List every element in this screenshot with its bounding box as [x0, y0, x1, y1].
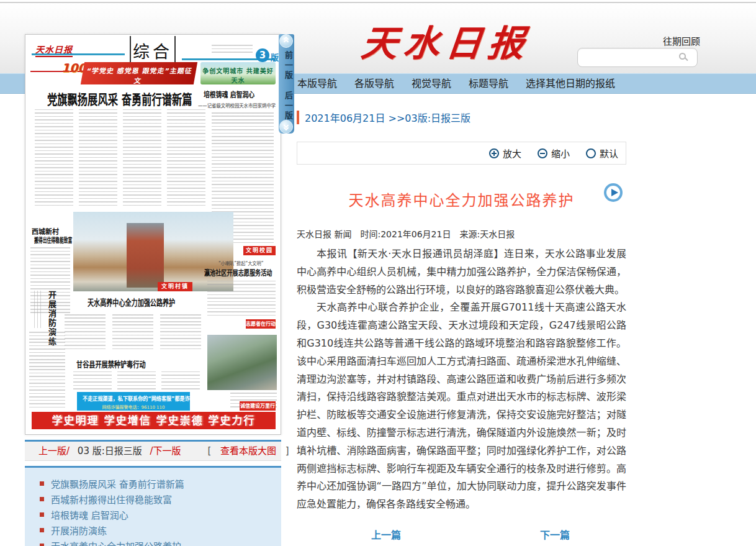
article-link[interactable]: 西城新村搬得出住得稳能致富	[51, 493, 172, 506]
play-audio-icon[interactable]	[604, 183, 623, 202]
zoom-out-button[interactable]: 缩小	[538, 147, 570, 160]
site-logo: 天水日报	[359, 14, 534, 66]
nav-item-this-page[interactable]: 本版导航	[297, 74, 337, 93]
breadcrumb: 2021年06月21日 >>03版:日报三版	[297, 110, 470, 125]
fake-text-column	[79, 109, 117, 207]
list-item: 天水高养中心全力加强公路养护	[25, 538, 281, 546]
article-paragraph: 天水高养中心联合养护企业，全覆盖开展G7011线十天高速公路天水段，G30线连霍…	[297, 299, 626, 514]
text-size-toolbar: 放大 缩小 默认	[297, 142, 626, 165]
thumb-photo-volunteers	[207, 335, 277, 390]
breadcrumb-text: 2021年06月21日 >>03版:日报三版	[305, 110, 470, 125]
newspaper-page-thumbnail[interactable]: 天水日报 综合 3 版 100 “学党史 感党恩 跟党走”主题征文 争创文明城市…	[25, 34, 281, 435]
thumb-headline-gangu: 甘谷县开展禁种铲毒行动	[76, 358, 161, 370]
thumb-ad-banner: 争创文明城市 共建美好天水	[200, 62, 276, 84]
breadcrumb-marker	[297, 111, 299, 124]
thumb-rule	[32, 53, 125, 55]
thumb-headline-main: 党旗飘扬展风采 奋勇前行谱新篇	[47, 88, 171, 108]
fake-text-column	[112, 314, 153, 350]
thumb-photo-village-gate	[73, 212, 233, 291]
bullet-icon	[40, 497, 44, 501]
fake-text-column	[34, 291, 42, 328]
zoom-in-button[interactable]: 放大	[489, 147, 521, 160]
next-page-button[interactable]: 后一版	[279, 91, 294, 121]
article-paragraph: 本报讯【新天水·天水日报通讯员胡泽庭】连日来，天水公路事业发展中心高养中心组织人…	[297, 245, 626, 299]
pagination-bar: 上一版/ 03 版:日报三版 /下一版 [ 查看本版大图 ]	[25, 440, 281, 461]
article-view: 放大 缩小 默认 天水高养中心全力加强公路养护 天水日报 新闻 时间:2021年…	[297, 142, 626, 546]
fake-text-column	[117, 371, 156, 391]
list-item: 党旗飘扬展风采 奋勇前行谱新篇	[25, 476, 281, 491]
default-size-icon	[586, 148, 596, 158]
prev-article-link[interactable]: 上一篇	[371, 527, 401, 542]
bullet-icon	[40, 481, 44, 486]
fake-text-column	[167, 109, 205, 207]
fake-text-column	[207, 281, 276, 317]
thumb-headline-xicheng-sub: 搬得出住得稳能致富	[34, 235, 72, 245]
thumb-headline-gaoyao: 天水高养中心全力加强公路养护	[88, 296, 174, 308]
page-flip-control: 前一版 后一版	[279, 34, 294, 134]
article-prev-next: 上一篇 下一篇	[297, 527, 626, 540]
next-edition-link[interactable]: /下一版	[150, 445, 181, 457]
article-title: 天水高养中心全力加强公路养护	[349, 192, 575, 209]
view-full-page-link[interactable]: 查看本版大图	[220, 445, 276, 457]
article-meta: 天水日报 新闻 时间:2021年06月21日 来源:天水日报	[297, 227, 626, 240]
article-body: 本报讯【新天水·天水日报通讯员胡泽庭】连日来，天水公路事业发展中心高养中心组织人…	[297, 245, 626, 514]
article-link[interactable]: 天水高养中心全力加强公路养护	[51, 539, 181, 546]
thumb-anti-fraud-banner: 不走正规渠道，私下联系你的“网络客服”都是诈骗 网络诈骗报警电话：96110 1…	[77, 392, 190, 411]
bullet-icon	[40, 528, 44, 532]
next-article-link[interactable]: 下一篇	[540, 527, 570, 542]
prev-edition-link[interactable]: 上一版/	[38, 445, 70, 457]
search-input[interactable]	[583, 50, 679, 65]
next-page-icon[interactable]	[279, 120, 293, 134]
fake-text-column	[160, 314, 201, 350]
prev-page-icon[interactable]	[279, 34, 293, 48]
fake-text-column	[35, 109, 73, 207]
bullet-icon	[40, 512, 44, 517]
thumb-label-integrity: 诚信建设万里行	[240, 401, 276, 411]
gate-image	[127, 223, 164, 288]
thumb-label-civil-campus: 文明校园	[243, 246, 276, 255]
list-item: 西城新村搬得出住得稳能致富	[25, 491, 281, 507]
nav-item-other-dates[interactable]: 选择其他日期的报纸	[526, 74, 615, 93]
thumb-headline-peigen: 培根铸魂 启智润心	[204, 89, 261, 99]
thumb-masthead-info	[212, 45, 253, 53]
bracket: [	[207, 445, 211, 457]
thumb-slogan-banner: 学史明理 学史增信 学史崇德 学史力行	[32, 412, 276, 429]
article-link[interactable]: 培根铸魂 启智润心	[51, 508, 128, 521]
article-link[interactable]: 开展消防演练	[51, 524, 107, 537]
thumb-headline-yingchi: 瀛池社区开展志愿服务活动	[204, 267, 263, 278]
prev-page-button[interactable]: 前一版	[279, 51, 294, 81]
search-box	[577, 48, 698, 67]
zoom-in-icon	[489, 148, 499, 158]
fake-text-column	[123, 109, 161, 207]
current-edition-label: 03 版:日报三版	[78, 445, 142, 457]
epaper-page: 天水日报 往期回顾 本版导航 各版导航 视觉导航 标题导航 选择其他日期的报纸 …	[0, 0, 756, 546]
bullet-icon	[40, 544, 44, 546]
thumb-section-title: 综合	[130, 36, 176, 62]
nav-item-headlines[interactable]: 标题导航	[469, 74, 508, 93]
list-item: 开展消防演练	[25, 522, 281, 538]
default-size-button[interactable]: 默认	[586, 147, 618, 160]
thumb-label-volunteer: 志愿者在行动	[246, 319, 276, 329]
thumb-page-badge: 3	[256, 48, 269, 62]
article-list: 党旗飘扬展风采 奋勇前行谱新篇 西城新村搬得出住得稳能致富 培根铸魂 启智润心 …	[25, 466, 281, 546]
thumb-label-civil-village: 文明村镇	[158, 282, 192, 291]
bracket: ]	[286, 445, 289, 457]
past-issues-link[interactable]: 往期回顾	[663, 34, 700, 47]
nav-item-all-pages[interactable]: 各版导航	[354, 74, 394, 93]
zoom-out-icon	[538, 148, 547, 158]
thumb-kicker-xiaolaba: “小喇叭”掀起“大文明”	[212, 260, 271, 266]
fake-text-column	[29, 332, 65, 410]
fake-text-column	[161, 371, 200, 391]
thumb-headline-peigen-sub: ——记省级文明校园天水市田家炳中学	[198, 102, 271, 109]
article-link[interactable]: 党旗飘扬展风采 奋勇前行谱新篇	[51, 477, 184, 490]
fake-text-column	[65, 314, 106, 350]
nav-item-visual[interactable]: 视觉导航	[412, 74, 451, 93]
list-item: 培根铸魂 启智润心	[25, 507, 281, 522]
thumb-campaign-banner: “学党史 感党恩 跟党走”主题征文	[81, 62, 197, 84]
thumb-page-badge-suffix: 版	[271, 51, 279, 63]
article-title-row: 天水高养中心全力加强公路养护	[297, 188, 626, 210]
fake-text-column	[73, 371, 112, 391]
search-icon[interactable]	[679, 53, 686, 60]
